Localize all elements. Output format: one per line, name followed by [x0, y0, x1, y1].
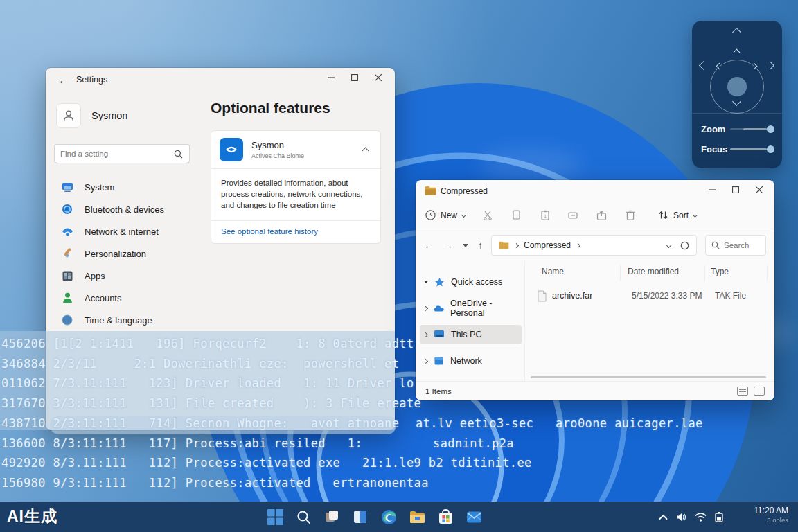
sort-button[interactable]: Sort	[658, 211, 697, 220]
details-view-button[interactable]	[737, 387, 748, 396]
widgets-icon	[353, 509, 368, 524]
close-button[interactable]	[755, 186, 763, 194]
column-header-name[interactable]: Name	[542, 267, 564, 276]
chevron-up-icon[interactable]	[363, 143, 368, 156]
paste-button[interactable]: 1	[539, 209, 551, 221]
edge-icon	[381, 509, 397, 525]
wifi-icon[interactable]	[695, 513, 707, 522]
nav-forward-icon[interactable]: →	[443, 240, 453, 251]
explorer-search-box[interactable]	[705, 235, 766, 256]
sidebar-item-network-internet[interactable]: Network & internet	[54, 220, 200, 242]
search-taskbar-button[interactable]	[294, 508, 312, 526]
settings-search-input[interactable]	[55, 150, 174, 158]
battery-icon[interactable]	[715, 511, 723, 522]
pan-up-inner-icon[interactable]	[734, 49, 741, 56]
cut-button[interactable]	[482, 209, 494, 221]
widgets-button[interactable]	[351, 508, 369, 526]
sidebar-item-label: Network & internet	[85, 227, 159, 237]
nav-item-quick-access[interactable]: Quick access	[420, 272, 522, 292]
back-icon[interactable]: ←	[58, 74, 69, 86]
monitor-icon	[434, 330, 445, 339]
expander-chevron-icon[interactable]	[423, 306, 428, 311]
sidebar-item-bluetooth-devices[interactable]: Bluetooth & devices	[54, 198, 200, 220]
maximize-button[interactable]	[732, 186, 740, 194]
edge-browser-button[interactable]	[380, 508, 398, 526]
zoom-slider[interactable]	[730, 128, 773, 130]
folder-icon	[499, 241, 509, 249]
star-icon	[434, 277, 445, 287]
column-header-date-modified[interactable]: Date modified	[628, 267, 679, 276]
focus-slider[interactable]	[730, 148, 773, 150]
minimize-button[interactable]	[327, 73, 335, 82]
chevron-down-icon	[693, 213, 698, 218]
rename-button[interactable]	[567, 209, 579, 221]
copy-button[interactable]	[511, 209, 522, 221]
focus-slider-label: Focus	[701, 144, 730, 154]
breadcrumb[interactable]: Compressed	[491, 235, 697, 256]
sidebar-item-time-language[interactable]: Time & language	[54, 309, 200, 331]
bluetooth-icon	[61, 203, 73, 215]
feature-history-link[interactable]: See optional feature history	[211, 220, 380, 243]
volume-icon[interactable]	[676, 513, 686, 522]
expander-chevron-icon[interactable]	[423, 332, 428, 337]
new-button[interactable]: New	[425, 210, 466, 220]
dpad-center-knob[interactable]	[727, 77, 747, 96]
delete-button[interactable]	[624, 209, 636, 221]
tray-chevron-up-icon[interactable]	[659, 514, 668, 520]
address-dropdown-icon[interactable]	[666, 242, 671, 247]
new-button-label: New	[441, 211, 457, 220]
nav-up-icon[interactable]: ↑	[478, 240, 483, 251]
sidebar-item-accounts[interactable]: Accounts	[54, 287, 200, 309]
column-header-type[interactable]: Type	[711, 267, 729, 276]
pan-up-outer-icon[interactable]	[732, 28, 741, 37]
nav-item-label: Network	[450, 356, 482, 366]
start-button[interactable]	[266, 508, 284, 526]
file-row[interactable]: archive.far 5/15/2022 3:33 PM TAK File	[529, 287, 769, 304]
mail-button[interactable]	[465, 508, 483, 526]
clock-time: 11:20 AM	[754, 506, 788, 515]
nav-recent-caret-icon[interactable]	[463, 244, 468, 247]
pan-left-outer-icon[interactable]	[699, 61, 708, 70]
file-explorer-button[interactable]	[408, 508, 426, 526]
nav-back-icon[interactable]: ←	[424, 240, 434, 251]
nav-item-this-pc[interactable]: This PC	[420, 325, 522, 344]
expander-caret-icon[interactable]	[424, 281, 428, 283]
settings-search-box[interactable]	[54, 144, 190, 163]
refresh-icon[interactable]	[680, 241, 689, 250]
sidebar-item-system[interactable]: System	[54, 176, 200, 198]
zoom-slider-label: Zoom	[701, 124, 730, 134]
zoom-slider-thumb[interactable]	[767, 125, 774, 133]
task-view-button[interactable]	[323, 508, 341, 526]
nav-item-network[interactable]: Network	[420, 351, 522, 371]
expander-chevron-icon[interactable]	[423, 358, 428, 363]
column-separator[interactable]	[704, 265, 705, 281]
column-separator[interactable]	[767, 265, 768, 281]
share-button[interactable]	[596, 209, 608, 221]
nav-item-onedrive[interactable]: OneDrive - Personal	[420, 299, 522, 318]
taskbar-clock[interactable]: 11:20 AM 3 ooles	[754, 506, 788, 524]
breadcrumb-segment[interactable]: Compressed	[524, 240, 571, 250]
minimize-button[interactable]	[708, 186, 716, 194]
pan-right-outer-icon[interactable]	[765, 61, 774, 70]
close-button[interactable]	[374, 73, 382, 82]
feature-card-header[interactable]: Sysmon Actives Cha Blome	[211, 131, 380, 168]
microsoft-store-button[interactable]	[436, 508, 454, 526]
sidebar-item-label: Time & language	[85, 315, 152, 326]
sidebar-item-label: System	[85, 182, 114, 193]
explorer-search-input[interactable]	[724, 241, 760, 249]
windows-logo-icon	[267, 509, 283, 525]
cloud-icon	[434, 304, 444, 312]
new-icon	[425, 210, 436, 220]
accounts-icon	[61, 292, 73, 304]
focus-slider-thumb[interactable]	[767, 145, 774, 153]
sidebar-item-personalization[interactable]: Personalization	[54, 242, 200, 265]
sidebar-item-apps[interactable]: Apps	[54, 265, 200, 287]
horizontal-scrollbar[interactable]	[531, 376, 766, 378]
column-separator[interactable]	[620, 265, 621, 281]
account-row[interactable]: Sysmon	[57, 104, 127, 127]
feature-description: Provides detailed information, about pro…	[211, 168, 380, 220]
maximize-button[interactable]	[351, 73, 359, 82]
explorer-titlebar: Compressed	[416, 180, 774, 202]
large-icons-view-button[interactable]	[754, 387, 765, 396]
sidebar-item-label: Apps	[85, 271, 105, 281]
